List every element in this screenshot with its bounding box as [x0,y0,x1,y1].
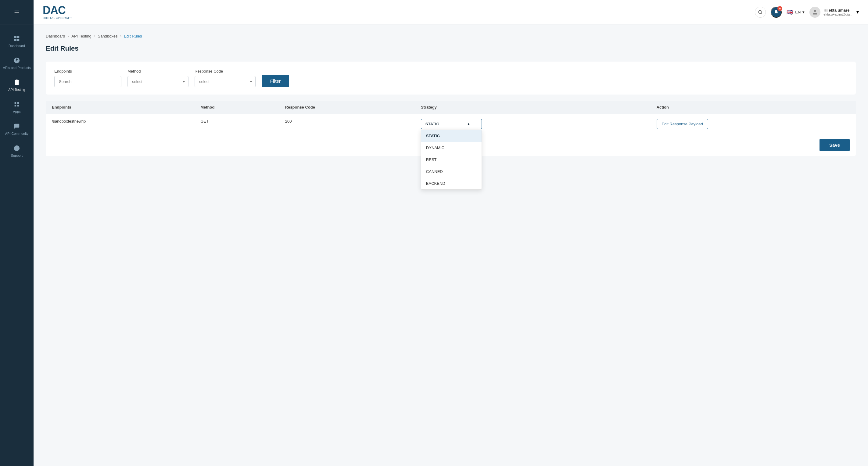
strategy-dropdown-menu: STATIC DYNAMIC REST CANNED BACKEND [421,130,482,190]
search-icon [758,10,763,14]
breadcrumb: Dashboard › API Testing › Sandboxes › Ed… [46,34,856,38]
sidebar-item-apps-label: Apps [13,110,21,114]
notif-badge: 0 [777,6,782,11]
method-label: Method [127,69,188,73]
endpoints-search-input[interactable] [54,76,121,87]
sidebar-item-support-label: Support [11,154,23,157]
save-button[interactable]: Save [819,139,850,151]
sidebar-logo-area: ☰ [0,0,34,24]
sidebar-item-api-testing[interactable]: API Testing [0,74,34,95]
response-code-label: Response Code [194,69,255,73]
strategy-option-dynamic[interactable]: DYNAMIC [421,142,482,154]
strategy-option-canned[interactable]: CANNED [421,165,482,178]
user-avatar [809,7,820,18]
content-area: Dashboard › API Testing › Sandboxes › Ed… [34,24,868,466]
strategy-dropdown-wrap: STATIC ▲ STATIC DYNAMIC REST CANNED BACK… [421,119,645,129]
sidebar-item-dashboard[interactable]: Dashboard [0,31,34,51]
action-col: Edit Response Payload [657,119,850,129]
header-logo: DAC DIGITAL APICRAFT [43,5,72,20]
method-filter-group: Method select GET POST PUT DELETE ▾ [127,69,188,87]
breadcrumb-sep-1: › [68,34,69,38]
cell-endpoint: /sandboxtestnew/ip [46,114,194,134]
sidebar-item-api-testing-label: API Testing [8,88,25,92]
cell-response-code: 200 [279,114,415,134]
user-info[interactable]: Hi ekta umare ekta.u+apim@digi... ▾ [809,7,859,18]
sidebar-item-apps[interactable]: Apps [0,96,34,117]
table-header: Endpoints Method Response Code Strategy … [46,101,856,114]
breadcrumb-sandboxes[interactable]: Sandboxes [98,34,117,38]
table-body: /sandboxtestnew/ip GET 200 STATIC ▲ STAT… [46,114,856,134]
strategy-option-rest[interactable]: REST [421,154,482,165]
menu-icon[interactable]: ☰ [14,8,20,16]
col-strategy: Strategy [415,101,651,114]
cell-strategy: STATIC ▲ STATIC DYNAMIC REST CANNED BACK… [415,114,651,134]
response-code-select-wrap: select 200 400 404 500 ▾ [194,76,255,87]
method-select-wrap: select GET POST PUT DELETE ▾ [127,76,188,87]
filter-button[interactable]: Filter [262,75,289,87]
cell-action: Edit Response Payload [651,114,856,134]
breadcrumb-dashboard[interactable]: Dashboard [46,34,65,38]
user-email: ekta.u+apim@digi... [824,12,854,16]
user-chevron-icon: ▾ [857,9,859,15]
notifications-button[interactable]: 0 [771,7,782,18]
logo-sub: DIGITAL APICRAFT [43,17,72,20]
col-response-code: Response Code [279,101,415,114]
user-name: Hi ekta umare [824,8,854,12]
response-code-select[interactable]: select 200 400 404 500 [194,76,255,87]
support-icon [12,144,21,153]
strategy-chevron-up-icon: ▲ [467,122,471,126]
strategy-option-backend[interactable]: BACKEND [421,178,482,189]
col-method: Method [194,101,279,114]
logo-text: DAC [43,5,72,16]
lang-chevron-icon: ▾ [802,10,805,14]
endpoints-filter-group: Endpoints [54,69,121,87]
sidebar-item-apis-products[interactable]: APIs and Products [0,53,34,73]
flag-icon: 🇬🇧 [786,9,793,15]
community-icon [12,122,21,130]
page-title: Edit Rules [46,44,856,53]
header-right: 0 🇬🇧 EN ▾ Hi ekta umare ekta.u+apim@digi… [755,7,859,18]
breadcrumb-edit-rules: Edit Rules [124,34,142,38]
language-selector[interactable]: 🇬🇧 EN ▾ [786,9,805,15]
filter-section: Endpoints Method select GET POST PUT DEL… [46,62,856,95]
sidebar: ☰ Dashboard APIs and Products API Testin… [0,0,34,466]
api-testing-icon [12,78,21,87]
table-section: Endpoints Method Response Code Strategy … [46,101,856,156]
svg-point-1 [758,10,762,14]
dashboard-icon [12,34,21,43]
col-action: Action [651,101,856,114]
avatar-icon [812,9,818,15]
table-row: /sandboxtestnew/ip GET 200 STATIC ▲ STAT… [46,114,856,134]
strategy-select-button[interactable]: STATIC ▲ [421,119,482,129]
breadcrumb-sep-3: › [120,34,122,38]
breadcrumb-sep-2: › [94,34,95,38]
method-select[interactable]: select GET POST PUT DELETE [127,76,188,87]
sidebar-item-apis-label: APIs and Products [3,66,31,69]
strategy-selected-value: STATIC [426,122,439,126]
response-code-filter-group: Response Code select 200 400 404 500 ▾ [194,69,255,87]
sidebar-item-api-community[interactable]: API Community [0,118,34,139]
breadcrumb-api-testing[interactable]: API Testing [71,34,92,38]
strategy-option-static[interactable]: STATIC [421,130,482,142]
sidebar-nav: Dashboard APIs and Products API Testing … [0,24,34,161]
col-endpoints: Endpoints [46,101,194,114]
top-header: DAC DIGITAL APICRAFT 0 🇬🇧 EN ▾ [34,0,868,24]
edit-response-payload-button[interactable]: Edit Response Payload [657,119,708,129]
search-button[interactable] [755,7,766,18]
sidebar-item-dashboard-label: Dashboard [8,44,25,48]
lang-label: EN [795,10,801,14]
apps-icon [12,100,21,108]
main-wrapper: DAC DIGITAL APICRAFT 0 🇬🇧 EN ▾ [34,0,868,466]
apis-icon [12,56,21,65]
sidebar-item-community-label: API Community [5,132,28,135]
endpoints-label: Endpoints [54,69,121,73]
cell-method: GET [194,114,279,134]
user-text: Hi ekta umare ekta.u+apim@digi... [824,8,854,16]
data-table: Endpoints Method Response Code Strategy … [46,101,856,134]
sidebar-item-support[interactable]: Support [0,140,34,161]
